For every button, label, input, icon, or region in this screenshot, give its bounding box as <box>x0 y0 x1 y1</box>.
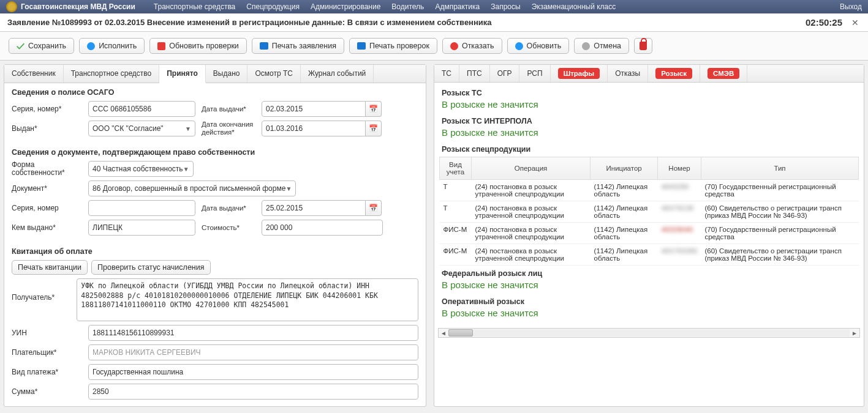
own-series-input[interactable] <box>88 200 195 216</box>
h-scrollbar[interactable]: ◄ ► <box>438 328 860 338</box>
scroll-thumb[interactable] <box>448 329 473 337</box>
check-icon <box>17 42 25 50</box>
cell-op: (24) постановка в розыск утраченной спец… <box>472 201 591 223</box>
tab-accepted[interactable]: Принято <box>159 65 206 83</box>
table-row[interactable]: Т(24) постановка в розыск утраченной спе… <box>440 180 859 201</box>
menu-admprac[interactable]: Адмпрактика <box>435 2 480 11</box>
tab-ogr[interactable]: ОГР <box>490 65 520 82</box>
refresh-checks-label: Обновить проверки <box>169 42 239 50</box>
osago-series-label: Серия, номер* <box>12 105 82 113</box>
check-status-label: Проверить статус начисления <box>97 263 204 272</box>
calendar-icon[interactable]: 📅 <box>366 200 382 216</box>
menu-transport[interactable]: Транспортные средства <box>154 2 235 11</box>
cell-kind: ФИС-М <box>440 244 472 266</box>
tab-inspection[interactable]: Осмотр ТС <box>247 65 301 83</box>
refresh-checks-button[interactable]: Обновить проверки <box>149 38 247 54</box>
own-doc-label: Документ* <box>12 184 82 193</box>
calendar-icon[interactable]: 📅 <box>366 101 382 117</box>
rosysk-interpol-heading: Розыск ТС ИНТЕРПОЛА <box>439 113 859 127</box>
cell-kind: Т <box>440 201 472 223</box>
ptype-input[interactable] <box>88 364 418 380</box>
execute-button[interactable]: Исполнить <box>79 38 145 54</box>
own-doc-select[interactable]: 86 Договор, совершенный в простой письме… <box>88 180 296 196</box>
tab-events[interactable]: Журнал событий <box>301 65 374 83</box>
own-issuedby-input[interactable] <box>88 220 195 236</box>
osago-issuedby-select[interactable]: ООО "СК "Согласие"▼ <box>88 121 195 136</box>
tab-tc[interactable]: ТС <box>434 65 459 82</box>
print-app-button[interactable]: Печать заявления <box>252 38 344 54</box>
col-init: Инициатор <box>591 157 658 180</box>
table-row[interactable]: ФИС-М(24) постановка в розыск утраченной… <box>440 244 859 266</box>
chevron-down-icon: ▼ <box>185 125 191 132</box>
cell-type: (70) Государственный регистрационный сре… <box>701 180 858 201</box>
recipient-textarea[interactable] <box>77 278 418 321</box>
print-receipt-label: Печать квитанции <box>18 263 81 272</box>
cell-init: (1142) Липецкая область <box>591 201 658 223</box>
calendar-icon[interactable]: 📅 <box>366 121 382 136</box>
print-receipt-button[interactable]: Печать квитанции <box>12 260 88 275</box>
col-type: Тип <box>701 157 858 180</box>
cancel-button[interactable]: Отмена <box>574 38 629 54</box>
tab-smev[interactable]: СМЭВ <box>700 65 747 82</box>
cell-type: (60) Свидетельство о регистрации трансп … <box>701 201 858 223</box>
refresh-label: Обновить <box>527 42 562 50</box>
reject-label: Отказать <box>462 42 494 50</box>
search-badge: Розыск <box>655 68 692 79</box>
own-date-input[interactable] <box>262 200 366 216</box>
tab-vehicle[interactable]: Транспортное средство <box>64 65 160 83</box>
menu-requests[interactable]: Запросы <box>491 2 520 11</box>
osago-series-input[interactable] <box>88 101 195 117</box>
own-date-label: Дата выдачи* <box>202 204 255 212</box>
lock-button[interactable] <box>634 38 652 54</box>
app-header: Госавтоинспекция МВД России Транспортные… <box>0 0 868 13</box>
reject-button[interactable]: Отказать <box>442 38 502 54</box>
check-status-button[interactable]: Проверить статус начисления <box>91 260 210 275</box>
tab-fines[interactable]: Штрафы <box>551 65 608 82</box>
sum-input[interactable] <box>88 384 418 400</box>
tab-owner[interactable]: Собственник <box>4 65 64 83</box>
emblem-icon <box>6 1 17 12</box>
own-form-select[interactable]: 40 Частная собственность▼ <box>88 161 194 177</box>
tab-refusals[interactable]: Отказы <box>608 65 648 82</box>
scroll-right-icon[interactable]: ► <box>850 330 859 337</box>
own-doc-value: 86 Договор, совершенный в простой письме… <box>92 184 285 193</box>
tab-issued[interactable]: Выдано <box>206 65 248 83</box>
cell-op: (24) постановка в розыск утраченной спец… <box>472 244 591 266</box>
menu-driver[interactable]: Водитель <box>391 2 424 11</box>
tab-search[interactable]: Розыск <box>648 65 700 82</box>
own-form-value: 40 Частная собственность <box>92 165 183 173</box>
print-checks-button[interactable]: Печать проверок <box>349 38 437 54</box>
scroll-track[interactable] <box>448 329 850 337</box>
col-op: Операция <box>472 157 591 180</box>
rosysk-interpol-status: В розыске не значится <box>439 127 859 141</box>
osago-expiry-input[interactable] <box>262 121 366 136</box>
tab-rsp[interactable]: РСП <box>519 65 550 82</box>
uin-label: УИН <box>12 329 82 337</box>
cubes-icon <box>157 42 165 50</box>
cell-init: (1142) Липецкая область <box>591 244 658 266</box>
scroll-left-icon[interactable]: ◄ <box>439 330 448 337</box>
menu-admin[interactable]: Администрирование <box>311 2 380 11</box>
refresh-button[interactable]: Обновить <box>507 38 570 54</box>
print-icon <box>357 42 366 50</box>
osago-date-input[interactable] <box>262 101 366 117</box>
table-row[interactable]: ФИС-М(24) постановка в розыск утраченной… <box>440 223 859 244</box>
tab-pts[interactable]: ПТС <box>459 65 490 82</box>
osago-issuedby-value: ООО "СК "Согласие" <box>92 124 164 133</box>
uin-input[interactable] <box>88 325 418 341</box>
menu-exit[interactable]: Выход <box>840 2 862 11</box>
menu-special[interactable]: Спецпродукция <box>246 2 300 11</box>
cell-kind: Т <box>440 180 472 201</box>
own-cost-input[interactable] <box>262 220 383 236</box>
save-button[interactable]: Сохранить <box>9 38 74 54</box>
rosysk-ts-heading: Розыск ТС <box>439 85 859 99</box>
menu-exam[interactable]: Экзаменационный класс <box>532 2 616 11</box>
table-row[interactable]: Т(24) постановка в розыск утраченной спе… <box>440 201 859 223</box>
close-icon[interactable]: ✕ <box>850 17 861 28</box>
rosysk-spec-heading: Розыск спецпродукции <box>439 141 859 155</box>
ptype-label: Вид платежа* <box>12 368 82 376</box>
rosysk-ts-status: В розыске не значится <box>439 99 859 113</box>
cell-type: (70) Государственный регистрационный сре… <box>701 223 858 244</box>
rosysk-fed-status: В розыске не значится <box>439 280 859 294</box>
payer-input[interactable] <box>88 344 418 360</box>
